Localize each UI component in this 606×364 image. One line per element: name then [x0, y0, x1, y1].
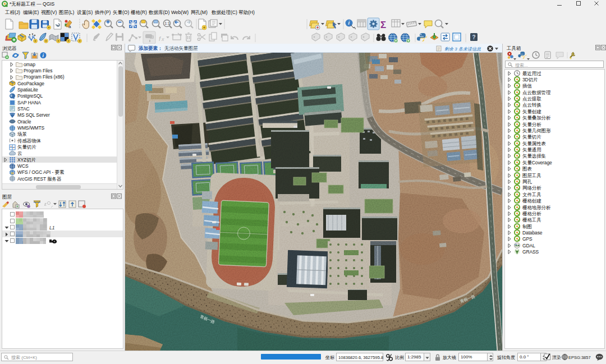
svg-text:f: f: [159, 35, 161, 42]
svg-text:x: x: [161, 36, 164, 42]
svg-text:a: a: [68, 24, 71, 29]
svg-text:1:1: 1:1: [165, 21, 170, 25]
svg-text:W: W: [11, 171, 15, 174]
svg-text:ε: ε: [44, 201, 47, 207]
svg-text:Σ: Σ: [380, 20, 386, 30]
svg-text:?: ?: [472, 34, 476, 40]
